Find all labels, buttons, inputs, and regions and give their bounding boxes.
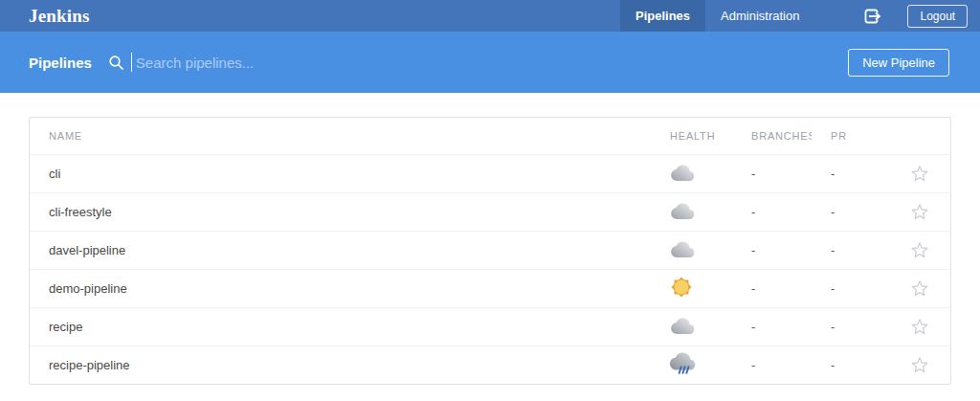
column-header-branches: BRANCHES [732,130,812,142]
branches-value: - [732,320,812,334]
top-navigation: Pipelines Administration Logout [620,0,968,32]
weather-health-icon [670,276,693,299]
pipeline-name: davel-pipeline [30,243,651,257]
pr-value: - [812,205,869,219]
pipeline-name: recipe [30,320,651,334]
favorite-star-button[interactable] [910,318,929,336]
star-icon [910,171,929,183]
star-icon [910,210,929,221]
top-bar: Jenkins Pipelines Administration Logout [0,0,980,32]
weather-health-icon [670,163,696,182]
branches-value: - [732,358,812,372]
pr-value: - [812,281,869,296]
pipeline-name: cli [30,167,651,181]
search-input[interactable] [132,53,534,73]
column-header-pr: PR [812,130,869,142]
exit-icon [862,7,881,26]
table-row[interactable]: cli-freestyle - - [30,192,950,231]
weather-health-icon [670,239,696,258]
pr-value: - [812,358,869,372]
logout-button[interactable]: Logout [907,5,968,28]
table-row[interactable]: recipe-pipeline - - [30,345,950,384]
pr-value: - [812,320,869,334]
sub-header: Pipelines New Pipeline [0,32,980,93]
page-title: Pipelines [29,55,92,71]
jenkins-logo[interactable]: Jenkins [29,6,90,27]
star-icon [910,286,929,298]
favorite-star-button[interactable] [910,241,929,259]
branches-value: - [732,205,812,219]
star-icon [910,363,929,374]
star-icon [910,248,929,259]
column-header-name: NAME [30,130,651,142]
search-icon [108,55,124,71]
table-row[interactable]: recipe - - [30,307,950,345]
tab-administration[interactable]: Administration [705,0,814,32]
new-pipeline-button[interactable]: New Pipeline [848,49,949,77]
favorite-star-button[interactable] [910,356,929,374]
pipeline-name: demo-pipeline [30,281,651,296]
branches-value: - [732,243,812,257]
pipelines-table: NAME HEALTH BRANCHES PR cli - - cli-free… [29,117,951,385]
table-row[interactable]: davel-pipeline - - [30,231,950,269]
branches-value: - [732,281,812,296]
pipeline-name: recipe-pipeline [30,358,651,372]
exit-to-classic-button[interactable] [862,7,881,26]
pr-value: - [812,243,869,257]
weather-health-icon [670,316,696,335]
pr-value: - [812,167,869,181]
favorite-star-button[interactable] [910,203,929,221]
weather-health-icon [670,352,696,375]
weather-health-icon [670,201,696,220]
pipeline-name: cli-freestyle [30,205,651,219]
star-icon [910,324,929,336]
favorite-star-button[interactable] [910,165,929,183]
branches-value: - [732,167,812,181]
search-box [108,53,534,73]
table-header-row: NAME HEALTH BRANCHES PR [30,118,950,154]
column-header-health: HEALTH [651,130,732,142]
table-row[interactable]: cli - - [30,154,950,192]
table-row[interactable]: demo-pipeline - - [30,269,950,307]
tab-pipelines[interactable]: Pipelines [620,0,705,32]
favorite-star-button[interactable] [910,279,929,298]
